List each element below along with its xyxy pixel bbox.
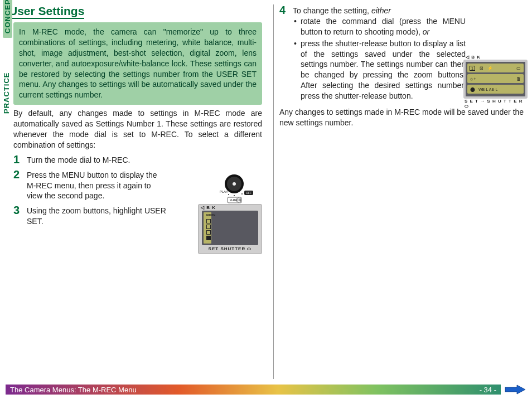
bullet-item: press the shutter-release button to disp… <box>293 38 466 101</box>
svg-point-11 <box>228 194 229 195</box>
step-text: Turn the mode dial to M-REC. <box>27 154 262 166</box>
svg-text:PLAY: PLAY <box>220 190 228 193</box>
svg-point-2 <box>233 182 236 186</box>
step-number: 3 <box>13 205 22 227</box>
lcd-footer: S E T → S H U T T E R ⬭ <box>463 99 528 109</box>
svg-text:OFF: OFF <box>246 191 252 194</box>
practice-intro: By default, any changes made to settings… <box>13 108 262 150</box>
bullet-item: rotate the command dial (press the MENU … <box>293 16 466 37</box>
lcd-header: ◁ B K <box>199 205 262 211</box>
footer-section: The Camera Menus: The M-REC Menu <box>10 386 137 394</box>
camera-lcd-settings-icon: ◁ B K 1 ⊡ ⚡ ▭ ☼+ 🗑 ⬤ WB-L AE-L S E T → S… <box>463 55 528 110</box>
lcd-brand: NIKON <box>206 213 215 217</box>
step-number: 4 <box>279 4 288 103</box>
step-number: 2 <box>13 169 22 202</box>
lcd-footer: SET SHUTTER ⬭ <box>199 245 262 252</box>
svg-point-12 <box>241 193 243 194</box>
svg-point-10 <box>234 195 235 196</box>
page-footer: The Camera Menus: The M-REC Menu - 34 - <box>6 383 526 396</box>
mode-dial-icon: OFF PLAY M-REC A <box>212 172 257 205</box>
step-text: Press the MENU button to display the M-R… <box>27 169 166 202</box>
svg-text:M-REC: M-REC <box>230 198 239 202</box>
page-number: - 34 - <box>480 386 496 394</box>
step-text: Using the zoom buttons, highlight USER S… <box>27 205 166 227</box>
lcd-header: ◁ B K <box>463 55 528 60</box>
step-number: 1 <box>13 154 22 166</box>
page-title: User Settings <box>9 4 84 19</box>
concept-box: In M-REC mode, the camera can "memorize"… <box>13 22 262 105</box>
camera-lcd-menu-icon: ◁ B K NIKON SET SHUTTER ⬭ <box>198 204 262 254</box>
concept-tab: CONCEPT <box>3 0 12 38</box>
next-page-arrow-icon[interactable] <box>504 385 526 395</box>
practice-tab: PRACTICE <box>2 70 11 116</box>
